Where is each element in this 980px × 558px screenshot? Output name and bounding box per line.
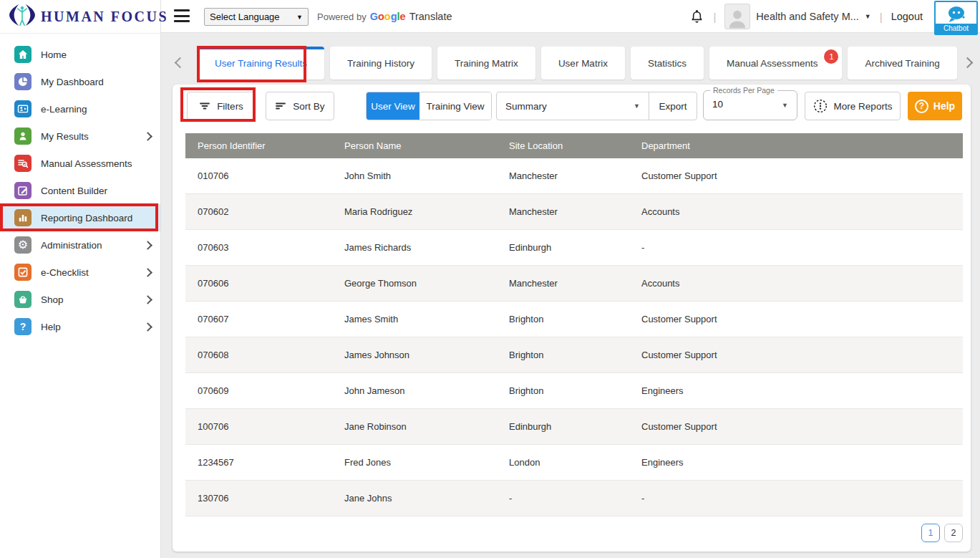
logo-text: HUMAN FOCUS	[41, 9, 168, 25]
table-cell: Customer Support	[629, 314, 963, 324]
chatbot-button[interactable]: Chatbot	[934, 1, 978, 35]
table-cell: Maria Rodriguez	[332, 206, 497, 217]
tab-user-training-results[interactable]: User Training Results	[198, 47, 324, 80]
home-icon	[14, 46, 31, 63]
table-cell: Customer Support	[629, 350, 963, 360]
chatbot-icon	[936, 3, 976, 25]
table-cell: 100706	[185, 421, 332, 432]
tab-statistics[interactable]: Statistics	[631, 47, 704, 80]
filters-button[interactable]: Filters	[187, 92, 256, 120]
sidebar-item-my-results[interactable]: My Results	[0, 122, 160, 150]
table-row[interactable]: 070607James SmithBrightonCustomer Suppor…	[185, 302, 963, 337]
chevron-right-icon	[145, 130, 151, 143]
avatar	[724, 4, 750, 29]
sidebar-item-help[interactable]: ?Help	[0, 313, 160, 340]
table-row[interactable]: 070609John JamesonBrightonEngineers	[185, 373, 963, 409]
table-cell: Manchester	[497, 278, 629, 289]
records-per-page-value: 10	[712, 99, 723, 110]
powered-by-label: Powered by	[317, 11, 367, 22]
export-button[interactable]: Export	[649, 92, 697, 120]
sidebar-item-manual-assessments[interactable]: Manual Assessments	[0, 150, 160, 177]
table-cell: Brighton	[497, 314, 629, 324]
elearning-icon	[14, 100, 31, 117]
sidebar-item-reporting-dashboard[interactable]: Reporting Dashboard	[0, 204, 160, 231]
user-view-toggle[interactable]: User View	[367, 92, 419, 120]
sidebar-item-e-learning[interactable]: e-Learning	[0, 95, 160, 122]
more-reports-button[interactable]: More Reports	[805, 92, 901, 120]
tab-training-matrix[interactable]: Training Matrix	[437, 47, 535, 80]
table-row[interactable]: 130706Jane Johns--	[185, 481, 963, 516]
powered-by-google-translate: Powered by Google Translate	[317, 11, 452, 22]
more-reports-icon	[813, 99, 828, 113]
sidebar-item-content-builder[interactable]: Content Builder	[0, 177, 160, 204]
table-cell: James Johnson	[332, 350, 497, 360]
records-per-page-select[interactable]: Records Per Page 10 ▼	[703, 90, 797, 120]
logo-eye-icon	[9, 3, 36, 30]
tab-label: Archived Training	[865, 58, 939, 69]
language-select[interactable]: Select Language ▼	[204, 8, 309, 26]
table-cell: John Jameson	[332, 385, 497, 396]
table-cell: James Richards	[332, 242, 497, 253]
table-cell: Fred Jones	[332, 457, 497, 468]
tab-manual-assessments[interactable]: Manual Assessments1	[709, 47, 843, 80]
table-row[interactable]: 010706John SmithManchesterCustomer Suppo…	[185, 158, 963, 194]
sidebar-item-home[interactable]: Home	[0, 41, 160, 68]
sidebar-item-label: Shop	[41, 294, 64, 305]
table-cell: 070603	[185, 242, 332, 253]
table-cell: Brighton	[497, 385, 629, 396]
checklist-icon	[14, 264, 31, 281]
table-cell: Edinburgh	[497, 421, 629, 432]
column-header-person-name: Person Name	[332, 140, 497, 151]
page-button-1[interactable]: 1	[921, 524, 940, 542]
notifications-bell-icon[interactable]	[689, 9, 704, 24]
sort-by-button[interactable]: Sort By	[266, 92, 334, 120]
sidebar-item-e-checklist[interactable]: e-Checklist	[0, 259, 160, 286]
sidebar-item-label: Help	[41, 322, 61, 332]
table-cell: -	[629, 493, 963, 504]
notification-badge: 1	[824, 49, 838, 64]
training-view-toggle[interactable]: Training View	[419, 92, 491, 120]
table-cell: John Smith	[332, 170, 497, 181]
tab-label: Training Matrix	[455, 58, 518, 69]
report-type-dropdown[interactable]: Summary ▼	[497, 92, 649, 120]
tab-training-history[interactable]: Training History	[330, 47, 432, 80]
sidebar-item-label: e-Checklist	[41, 267, 89, 278]
tabs-row: User Training ResultsTraining HistoryTra…	[162, 47, 980, 80]
table-cell: 070609	[185, 385, 332, 396]
sidebar-item-label: Home	[41, 49, 67, 60]
page-button-2[interactable]: 2	[944, 524, 963, 542]
sidebar-item-label: Administration	[41, 240, 102, 251]
table-row[interactable]: 070608James JohnsonBrightonCustomer Supp…	[185, 337, 963, 373]
table-cell: Accounts	[629, 278, 963, 289]
hamburger-menu-icon[interactable]	[174, 9, 190, 22]
table-cell: -	[629, 242, 963, 253]
table-row[interactable]: 100706Jane RobinsonEdinburghCustomer Sup…	[185, 409, 963, 445]
user-menu[interactable]: Health and Safety M... ▼	[724, 4, 870, 29]
tabs-scroll-right-icon[interactable]	[964, 57, 971, 69]
table-cell: Customer Support	[629, 170, 963, 181]
chevron-right-icon	[145, 320, 151, 333]
help-icon: ?	[915, 100, 928, 113]
chevron-right-icon	[145, 266, 151, 279]
table-row[interactable]: 070606George ThomsonManchesterAccounts	[185, 266, 963, 302]
sidebar-item-my-dashboard[interactable]: My Dashboard	[0, 68, 160, 95]
tab-label: Statistics	[648, 58, 687, 69]
results-icon	[14, 128, 31, 145]
help-label: Help	[933, 100, 955, 112]
help-icon: ?	[14, 318, 31, 335]
tab-archived-training[interactable]: Archived Training	[848, 47, 956, 80]
tab-user-matrix[interactable]: User Matrix	[541, 47, 625, 80]
sidebar-item-shop[interactable]: Shop	[0, 286, 160, 313]
google-letter: o	[378, 11, 384, 22]
administration-icon: ⚙	[14, 236, 31, 254]
main-content: User Training ResultsTraining HistoryTra…	[162, 34, 980, 558]
logout-link[interactable]: Logout	[891, 11, 923, 22]
help-button[interactable]: ? Help	[908, 92, 962, 120]
table-row[interactable]: 070603James RichardsEdinburgh-	[185, 230, 963, 266]
sidebar-item-administration[interactable]: ⚙Administration	[0, 231, 160, 259]
chevron-right-icon	[145, 293, 151, 306]
tabs-scroll-left-icon[interactable]	[176, 57, 184, 69]
table-row[interactable]: 1234567Fred JonesLondonEngineers	[185, 445, 963, 481]
google-logo: Google	[370, 11, 406, 22]
table-row[interactable]: 070602Maria RodriguezManchesterAccounts	[185, 194, 963, 230]
